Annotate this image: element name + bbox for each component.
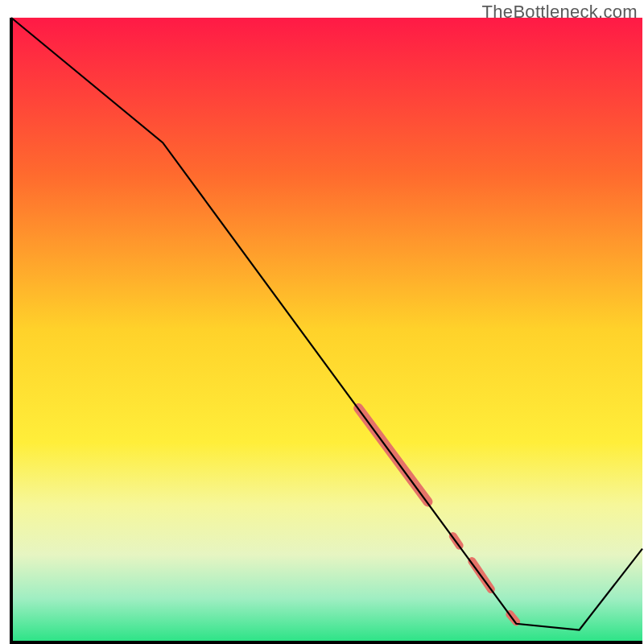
bottleneck-chart (0, 0, 644, 644)
watermark-label: TheBottleneck.com (482, 2, 638, 23)
chart-container: { "watermark": "TheBottleneck.com", "cha… (0, 0, 644, 644)
plot-background (11, 18, 642, 642)
